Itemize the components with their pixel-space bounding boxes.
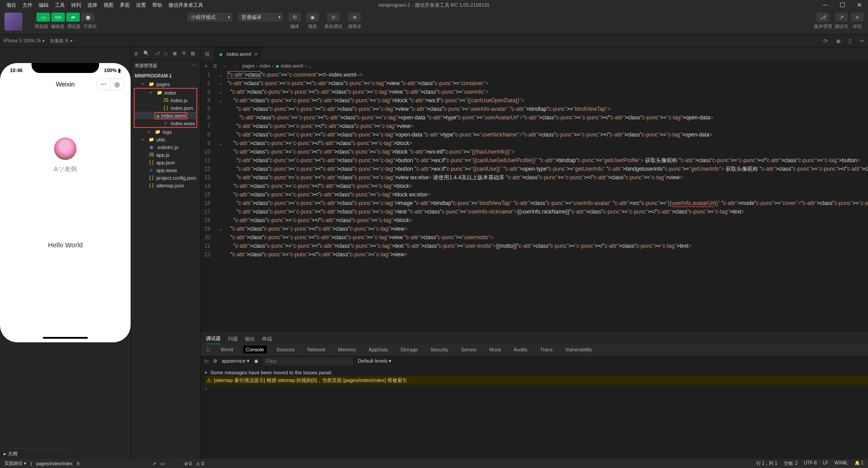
menu-编辑[interactable]: 编辑: [36, 1, 51, 9]
copy-icon[interactable]: ⎘: [77, 461, 80, 466]
devtab-console[interactable]: Console: [243, 345, 267, 354]
menu-视图[interactable]: 视图: [101, 1, 116, 9]
debugger-tab[interactable]: 调试器: [206, 333, 221, 344]
build-icon[interactable]: ▣: [173, 50, 177, 57]
devtab-memory[interactable]: Memory: [336, 345, 359, 354]
bc-back-icon[interactable]: ←: [223, 64, 227, 68]
menu-帮助[interactable]: 帮助: [150, 1, 165, 9]
device-select[interactable]: iPhone X 100% 16 ▾: [4, 38, 45, 43]
tree-index[interactable]: ▾📁index: [135, 89, 196, 96]
devtab-network[interactable]: Network: [304, 345, 328, 354]
lang[interactable]: WXML: [835, 460, 848, 467]
simulator-toggle[interactable]: ▭: [36, 13, 50, 22]
tree-utils[interactable]: ▸📁utils: [133, 136, 198, 143]
tree-app.wxss[interactable]: ≡app.wxss: [133, 166, 198, 174]
upload-button[interactable]: ↗: [835, 13, 848, 22]
menu-文件[interactable]: 文件: [20, 1, 35, 9]
devtab-audits[interactable]: Audits: [511, 345, 531, 354]
problems-tab[interactable]: 问题: [228, 334, 238, 344]
ext-icon[interactable]: ▦: [191, 50, 195, 57]
run-icon[interactable]: ▷: [164, 50, 168, 57]
tree-project.config.json[interactable]: { }project.config.json: [133, 174, 198, 182]
tree-index.wxss[interactable]: ≡index.wxss: [135, 119, 196, 127]
levels-select[interactable]: Default levels ▾: [358, 358, 391, 364]
console-clear-icon[interactable]: ⊘: [213, 358, 217, 364]
inspect-icon[interactable]: ⎕: [206, 345, 211, 354]
pagepath-label[interactable]: 页面路径 ▾: [5, 460, 26, 467]
hotreload-toggle[interactable]: 热重载 关 ▾: [50, 38, 73, 44]
bc-tree-icon[interactable]: ☰: [213, 64, 217, 68]
devtab-appdata[interactable]: AppData: [366, 345, 391, 354]
pagepath-value[interactable]: pages/index/index: [36, 461, 73, 466]
menu-工具[interactable]: 工具: [52, 1, 68, 9]
compile-button[interactable]: ↻: [288, 13, 301, 22]
menu-微信开发者工具[interactable]: 微信开发者工具: [166, 1, 206, 9]
project-name[interactable]: MINIPROGRAM-1: [131, 72, 200, 80]
bc-list-icon[interactable]: ≡: [205, 64, 208, 68]
visual-toggle[interactable]: ▦: [81, 13, 95, 22]
device-icon[interactable]: ▯: [849, 38, 852, 44]
tree-index.js[interactable]: JSindex.js: [135, 96, 196, 104]
tree-sitemap.json[interactable]: { }sitemap.json: [133, 182, 198, 189]
version-button[interactable]: ⎇: [817, 13, 829, 22]
float-icon[interactable]: ▭: [160, 461, 164, 466]
clearcache-button[interactable]: ≋: [348, 13, 361, 22]
editor-dropdown-icon[interactable]: ⊞: [200, 51, 214, 57]
search-icon[interactable]: 🔍: [143, 50, 150, 57]
console-run-icon[interactable]: ▷: [205, 358, 209, 364]
cut-icon[interactable]: ✂: [860, 38, 864, 44]
outline-section[interactable]: ▸ 大纲: [0, 448, 70, 459]
errors-count[interactable]: ⊘ 0: [184, 461, 191, 466]
code-editor[interactable]: 1 2 3 4 5 6 7 8 9 10 11 12 13 14 15 16 1…: [200, 71, 868, 333]
tree-app.js[interactable]: JSapp.js: [133, 151, 198, 159]
refresh-icon[interactable]: ⟳: [823, 38, 828, 44]
tree-app.json[interactable]: { }app.json: [133, 159, 198, 166]
tree-.eslintrc.js[interactable]: ◉.eslintrc.js: [133, 143, 198, 151]
capsule-menu-icon[interactable]: ⋯: [97, 79, 110, 90]
menu-转到[interactable]: 转到: [68, 1, 84, 9]
devtab-sources[interactable]: Sources: [274, 345, 297, 354]
menu-界面[interactable]: 界面: [117, 1, 132, 9]
tree-logs[interactable]: ▸📁logs: [133, 128, 198, 136]
devtab-vulnerability[interactable]: Vulnerability: [563, 345, 595, 354]
menu-选择[interactable]: 选择: [85, 1, 100, 9]
eye-icon[interactable]: ◉: [254, 358, 259, 364]
close-icon[interactable]: ✕: [851, 0, 868, 10]
bell-icon[interactable]: 🔔 1: [854, 460, 863, 467]
debugger-toggle[interactable]: ⇄: [66, 13, 80, 22]
tools-icon[interactable]: ⚒: [182, 50, 186, 57]
menu-设置[interactable]: 设置: [133, 1, 149, 9]
output-tab[interactable]: 输出: [245, 334, 255, 344]
branch-icon[interactable]: ⎇: [154, 50, 160, 57]
compile-select[interactable]: 普通编译: [238, 13, 283, 22]
encoding[interactable]: UTF-8: [804, 460, 817, 467]
realdevice-button[interactable]: ⎚: [327, 13, 340, 22]
console-body[interactable]: ▸Some messages have been moved to the Is…: [200, 367, 868, 459]
capsule-close-icon[interactable]: ◎: [110, 79, 124, 90]
files-icon[interactable]: 🗎: [134, 50, 139, 57]
devtab-trace[interactable]: Trace: [537, 345, 555, 354]
tab-close-icon[interactable]: ✕: [254, 51, 258, 57]
tree-index.json[interactable]: { }index.json: [135, 104, 196, 112]
context-select[interactable]: appservice ▾: [222, 358, 250, 364]
filter-input[interactable]: [263, 357, 353, 365]
devtab-storage[interactable]: Storage: [398, 345, 421, 354]
user-avatar[interactable]: [54, 137, 77, 160]
popout-icon[interactable]: ↗: [152, 461, 156, 466]
tree-index.wxml[interactable]: ◆ index.wxml: [135, 112, 196, 119]
breadcrumb[interactable]: ≡ ☰ ← → pages › index › ◆index.wxml › ..…: [200, 61, 868, 71]
record-icon[interactable]: ◉: [836, 38, 841, 44]
devtab-wxml[interactable]: Wxml: [218, 345, 236, 354]
bc-fwd-icon[interactable]: →: [232, 64, 237, 68]
indent[interactable]: 空格: 2: [784, 460, 798, 467]
cursor-pos[interactable]: 行 1，列 1: [756, 460, 777, 467]
eol[interactable]: LF: [823, 460, 828, 467]
details-button[interactable]: ≡: [851, 13, 863, 22]
warnings-count[interactable]: ⚠ 0: [196, 461, 204, 466]
preview-button[interactable]: ◉: [306, 13, 319, 22]
terminal-tab[interactable]: 终端: [262, 334, 272, 344]
devtab-sensor[interactable]: Sensor: [458, 345, 479, 354]
devtab-security[interactable]: Security: [428, 345, 451, 354]
menu-项目[interactable]: 项目: [4, 1, 19, 9]
explorer-more-icon[interactable]: ⋯: [192, 63, 196, 69]
